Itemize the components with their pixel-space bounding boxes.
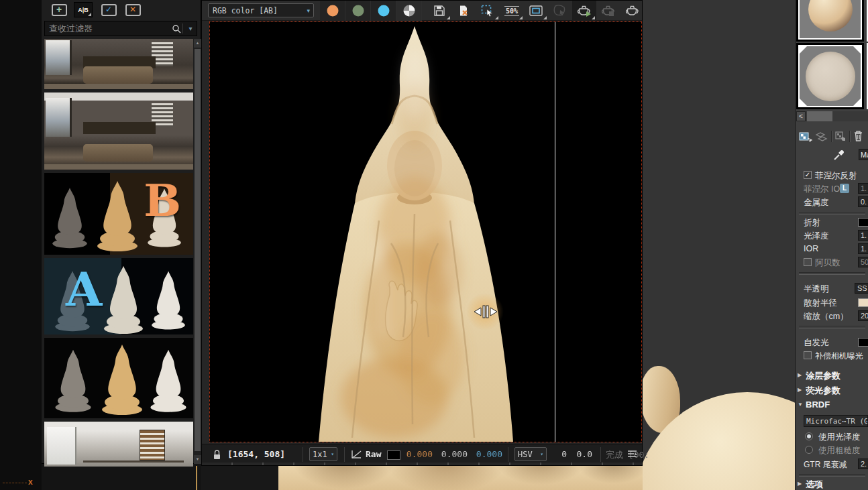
window-resize-grip[interactable]	[202, 463, 642, 465]
history-panel: + A|B ✓ ✕ ▾	[42, 0, 201, 464]
region-render-button[interactable]	[524, 1, 548, 21]
history-scrollbar[interactable]: ▲ ▼	[194, 39, 201, 464]
scatter-color-swatch[interactable]	[858, 298, 868, 307]
save-to-history-button[interactable]: +	[50, 2, 68, 17]
abbe-row: 阿贝数 50	[796, 256, 868, 269]
compensate-label: 补偿相机曝光	[815, 351, 863, 362]
render-last-button[interactable]	[572, 1, 596, 21]
save-image-button[interactable]	[427, 1, 451, 21]
coating-section-header[interactable]: ▶ 涂层参数	[796, 368, 868, 383]
history-thumbnail-statues-A[interactable]: A	[44, 258, 193, 334]
ab-compare-divider[interactable]	[555, 22, 555, 442]
fresnel-ior-value[interactable]: 1.	[858, 183, 868, 194]
fresnel-checkbox[interactable]: ✓	[804, 171, 812, 179]
translucency-row: 半透明 SS	[796, 282, 868, 296]
zoom-percent-label: 50%	[504, 6, 519, 16]
green-channel-button[interactable]	[345, 1, 371, 21]
app-screen: x + A|B ✓ ✕	[0, 0, 868, 490]
show-map-icon[interactable]	[834, 130, 848, 142]
scrollbar-thumb[interactable]	[195, 49, 201, 451]
history-thumbnail-statues-B[interactable]: B	[44, 173, 193, 255]
slot-back-button[interactable]: <	[796, 111, 806, 121]
scroll-down-arrow[interactable]: ▼	[194, 455, 201, 464]
page-delete-icon	[457, 5, 470, 17]
scale-value[interactable]: 20	[858, 310, 868, 321]
lock-chip[interactable]: L	[840, 184, 849, 193]
split-drag-cursor-icon	[473, 303, 497, 320]
self-illum-swatch[interactable]	[858, 338, 868, 347]
history-filter-input[interactable]	[45, 23, 172, 34]
compensate-checkbox[interactable]	[804, 351, 812, 359]
material-slot-active[interactable]	[796, 43, 864, 109]
pixel-coordinates: [1654, 508]	[227, 449, 285, 459]
use-glossiness-radio[interactable]	[805, 432, 813, 440]
red-channel-button[interactable]	[320, 1, 345, 21]
gtr-value[interactable]: 2.	[858, 458, 868, 469]
brdf-type-dropdown[interactable]: Microfac⋯TR (G	[804, 415, 868, 427]
vfb-icon-bar: 50%	[427, 1, 645, 21]
brdf-section-header[interactable]: ▼ BRDF	[796, 397, 868, 412]
collapsed-arrow-icon: ▶	[798, 372, 802, 378]
options-section-header[interactable]: ▶ 选项	[796, 477, 868, 490]
fluorescence-section-header[interactable]: ▶ 荧光参数	[796, 383, 868, 397]
material-name-field[interactable]: Ma	[859, 149, 868, 160]
refraction-color-swatch[interactable]	[858, 218, 868, 227]
material-tools-row	[796, 129, 868, 145]
reject-button[interactable]: ✕	[123, 2, 142, 17]
blue-channel-button[interactable]	[371, 1, 396, 21]
accept-button[interactable]: ✓	[99, 2, 118, 17]
put-to-library-icon[interactable]	[815, 130, 828, 142]
fresnel-reflection-row: ✓ 菲涅尔反射	[796, 169, 868, 182]
translucency-dropdown[interactable]: SS	[855, 283, 868, 294]
use-glossiness-label: 使用光泽度	[818, 432, 861, 443]
alpha-button[interactable]	[396, 1, 422, 21]
g-value: 0.000	[439, 449, 468, 459]
compensate-exposure-row: 补偿相机曝光	[796, 349, 868, 363]
background-statue-base-strip	[201, 466, 643, 490]
glossiness-value[interactable]: 1.	[858, 230, 868, 241]
use-roughness-radio[interactable]	[805, 446, 813, 454]
metalness-value[interactable]: 0.	[858, 196, 868, 207]
abbe-value[interactable]: 50	[858, 257, 868, 267]
region-select-button[interactable]	[476, 1, 500, 21]
history-thumbnail-bedroom-dark[interactable]	[44, 39, 193, 89]
vfb-toolbar: RGB color [AB] ▾	[202, 1, 642, 21]
pin-lock-icon[interactable]	[213, 449, 221, 461]
eyedropper-icon[interactable]	[833, 149, 845, 161]
swatch-cells	[320, 1, 422, 21]
channel-dropdown[interactable]: RGB color [AB] ▾	[208, 3, 314, 17]
pixel-ratio-dropdown[interactable]: 1x1▾	[309, 447, 337, 461]
history-thumbnail-interior[interactable]	[44, 422, 193, 467]
trash-icon[interactable]	[853, 130, 863, 142]
ab-compare-button[interactable]: A|B	[74, 2, 93, 17]
clear-image-button[interactable]	[451, 1, 476, 21]
use-roughness-row: 使用粗糙度	[796, 444, 868, 457]
history-thumbnail-bedroom-bright[interactable]	[44, 93, 193, 170]
history-search: ▾	[44, 21, 197, 36]
search-options-caret[interactable]: ▾	[184, 25, 197, 32]
scroll-up-arrow[interactable]: ▲	[194, 39, 201, 48]
viewport-axis-marker: x	[3, 477, 38, 488]
zoom-level-button[interactable]: 50%	[500, 1, 524, 21]
history-thumbnail-statue-variants[interactable]	[44, 338, 193, 418]
render-secondary-button[interactable]	[596, 1, 620, 21]
sampled-color-swatch	[387, 450, 400, 460]
render-view[interactable]	[209, 21, 642, 442]
chevron-down-icon: ▾	[331, 451, 334, 457]
log-menu-icon[interactable]	[627, 450, 637, 458]
curve-icon[interactable]	[351, 450, 362, 459]
render-button[interactable]	[620, 1, 645, 21]
assign-material-icon[interactable]	[799, 130, 812, 142]
cross-icon: ✕	[125, 4, 141, 16]
blue-circle-icon	[378, 5, 389, 17]
metalness-row: 金属度 0.	[796, 196, 868, 209]
color-mode-dropdown[interactable]: HSV▾	[514, 447, 547, 461]
abbe-checkbox[interactable]	[804, 258, 812, 266]
track-mouse-button[interactable]	[548, 1, 572, 21]
material-slot-sphere[interactable]	[796, 0, 864, 42]
render-image-guanyin-statue	[277, 22, 552, 442]
slot-scroll-thumb[interactable]	[807, 111, 832, 121]
fresnel-label: 菲涅尔反射	[815, 170, 857, 182]
scale-row: 缩放（cm） 20	[796, 310, 868, 323]
ior-value[interactable]: 1.	[858, 243, 868, 254]
